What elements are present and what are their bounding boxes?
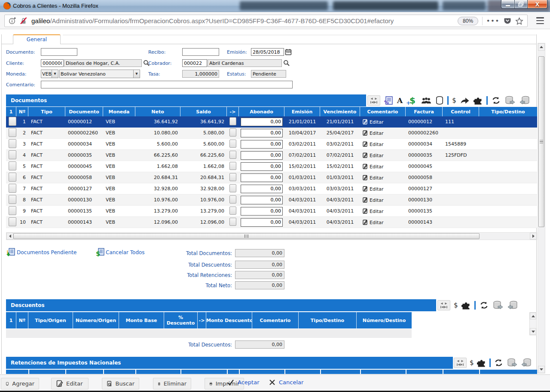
editar-link[interactable]: Editar bbox=[370, 142, 384, 147]
edit-comment-icon[interactable] bbox=[363, 208, 368, 214]
dollar-icon[interactable]: $ bbox=[470, 359, 474, 367]
edit-comment-icon[interactable] bbox=[363, 119, 368, 125]
refresh-icon[interactable] bbox=[491, 96, 501, 105]
edit-comment-icon[interactable] bbox=[363, 197, 368, 203]
apply-row-button[interactable] bbox=[229, 117, 236, 125]
row-selector-button[interactable] bbox=[9, 173, 16, 182]
grid-horizontal-scrollbar[interactable] bbox=[6, 232, 537, 240]
descuentos-scrollbar[interactable] bbox=[529, 312, 537, 335]
column-header[interactable]: Tipo/Origen bbox=[28, 312, 73, 328]
documentos-pendientes-link[interactable]: Documentos Pendiente bbox=[17, 249, 76, 255]
edit-comment-icon[interactable] bbox=[363, 186, 368, 191]
comentario-field[interactable] bbox=[41, 81, 293, 88]
row-selector-button[interactable] bbox=[9, 161, 16, 170]
calendar-icon[interactable] bbox=[285, 49, 292, 55]
letter-a-icon[interactable]: A bbox=[397, 96, 403, 105]
column-header[interactable]: Saldo bbox=[180, 107, 227, 116]
scroll-down-arrow[interactable] bbox=[530, 328, 536, 335]
grid-nav-icon[interactable] bbox=[367, 95, 380, 106]
editar-link[interactable]: Editar bbox=[370, 153, 384, 158]
db-export-icon[interactable] bbox=[507, 358, 518, 368]
table-row[interactable]: 1 FACT 00000012 VEB 36.641,92 36.641,92 … bbox=[6, 116, 537, 128]
column-header[interactable]: Comentario bbox=[252, 312, 299, 328]
minimize-button[interactable] bbox=[501, 0, 514, 9]
page-vertical-scrollbar[interactable] bbox=[538, 43, 545, 374]
puzzle-icon[interactable] bbox=[474, 96, 483, 105]
apply-row-button[interactable] bbox=[229, 207, 236, 215]
db-import-icon[interactable] bbox=[519, 96, 530, 105]
restore-button[interactable] bbox=[514, 0, 528, 9]
editar-button[interactable]: Editar bbox=[51, 378, 89, 389]
abonado-input[interactable] bbox=[241, 140, 283, 149]
moneda-name-select[interactable]: Bolivar Venezolano ▼ bbox=[59, 70, 140, 78]
column-header[interactable]: 1 bbox=[6, 107, 16, 116]
db-export-icon[interactable] bbox=[504, 96, 516, 105]
abonado-input[interactable] bbox=[241, 162, 283, 171]
documento-field[interactable] bbox=[41, 48, 77, 56]
scroll-up-arrow[interactable] bbox=[530, 313, 536, 319]
scroll-up-arrow[interactable] bbox=[538, 43, 545, 51]
table-row[interactable]: 2 FACT 0000002260 VEB 10.080,00 5.080,00… bbox=[6, 128, 537, 139]
apply-row-button[interactable] bbox=[229, 151, 236, 159]
menu-icon[interactable] bbox=[536, 17, 544, 24]
puzzle-icon[interactable] bbox=[461, 301, 471, 310]
column-header[interactable]: -> bbox=[227, 107, 239, 116]
row-selector-button[interactable] bbox=[9, 117, 16, 126]
column-header[interactable]: Factura bbox=[406, 107, 443, 116]
row-selector-button[interactable] bbox=[9, 217, 16, 226]
edit-comment-icon[interactable] bbox=[363, 152, 368, 158]
row-selector-button[interactable] bbox=[9, 150, 16, 159]
grid-nav-icon[interactable] bbox=[454, 358, 467, 368]
pocket-icon[interactable] bbox=[504, 17, 511, 24]
column-header[interactable]: Nº bbox=[16, 312, 28, 328]
url-text[interactable]: galileo/Administrativo/Formularios/frmOp… bbox=[31, 17, 454, 24]
abonado-input[interactable] bbox=[241, 173, 283, 182]
url-bar[interactable]: galileo/Administrativo/Formularios/frmOp… bbox=[4, 15, 528, 27]
edit-comment-icon[interactable] bbox=[363, 175, 368, 180]
abonado-input[interactable] bbox=[241, 118, 283, 126]
cancelar-todos-link[interactable]: Cancelar Todos bbox=[106, 249, 145, 255]
chevron-down-icon[interactable]: ▼ bbox=[52, 70, 58, 78]
abonado-input[interactable] bbox=[241, 196, 283, 204]
edit-comment-icon[interactable] bbox=[363, 219, 368, 225]
table-row[interactable]: 8 FACT 00000130 VEB 10.976,00 10.976,00 … bbox=[6, 194, 537, 206]
grid-nav-icon[interactable] bbox=[437, 300, 450, 310]
apply-row-button[interactable] bbox=[229, 184, 236, 192]
forward-arrow-icon[interactable] bbox=[460, 97, 470, 104]
apply-row-button[interactable] bbox=[229, 195, 236, 204]
apply-row-button[interactable] bbox=[229, 162, 236, 170]
column-header[interactable]: Número/Destino bbox=[357, 312, 412, 328]
apply-row-button[interactable] bbox=[229, 128, 236, 137]
editar-link[interactable]: Editar bbox=[370, 209, 384, 214]
moneda-code-select[interactable]: VEB ▼ bbox=[41, 70, 58, 78]
puzzle-icon[interactable] bbox=[477, 359, 486, 367]
recibo-field[interactable] bbox=[182, 48, 219, 56]
column-header[interactable]: Emisión bbox=[284, 107, 320, 116]
editar-link[interactable]: Editar bbox=[370, 131, 384, 136]
edit-comment-icon[interactable] bbox=[363, 164, 368, 169]
abonado-input[interactable] bbox=[241, 185, 283, 193]
table-row[interactable]: 3 FACT 00000034 VEB 5.600,00 5.600,00 03… bbox=[6, 139, 537, 150]
column-header[interactable]: % Descuento bbox=[164, 312, 198, 328]
cobrador-code-field[interactable] bbox=[182, 59, 207, 67]
refresh-icon[interactable] bbox=[479, 301, 489, 310]
abonado-input[interactable] bbox=[241, 207, 283, 216]
column-header[interactable]: 1 bbox=[6, 312, 16, 328]
editar-link[interactable]: Editar bbox=[370, 175, 384, 181]
apply-row-button[interactable] bbox=[229, 140, 236, 148]
column-header[interactable]: Monto Base bbox=[119, 312, 164, 328]
cobrador-search-icon[interactable] bbox=[283, 60, 290, 67]
editar-link[interactable]: Editar bbox=[370, 198, 384, 203]
editar-link[interactable]: Editar bbox=[370, 119, 384, 125]
table-row[interactable]: 6 FACT 00000058 VEB 20.684,31 20.684,31 … bbox=[6, 172, 537, 183]
column-header[interactable]: Control bbox=[443, 107, 479, 116]
apply-row-button[interactable] bbox=[229, 218, 236, 226]
edit-comment-icon[interactable] bbox=[363, 130, 368, 136]
scroll-left-arrow[interactable] bbox=[6, 233, 13, 240]
column-header[interactable]: Comentario bbox=[360, 107, 406, 116]
table-row[interactable]: 4 FACT 00000035 VEB 66.225,60 66.225,60 … bbox=[6, 150, 537, 161]
database-outline-icon[interactable] bbox=[435, 96, 444, 105]
editar-link[interactable]: Editar bbox=[370, 220, 384, 225]
buscar-button[interactable]: Buscar bbox=[102, 378, 139, 389]
editar-link[interactable]: Editar bbox=[370, 164, 384, 170]
